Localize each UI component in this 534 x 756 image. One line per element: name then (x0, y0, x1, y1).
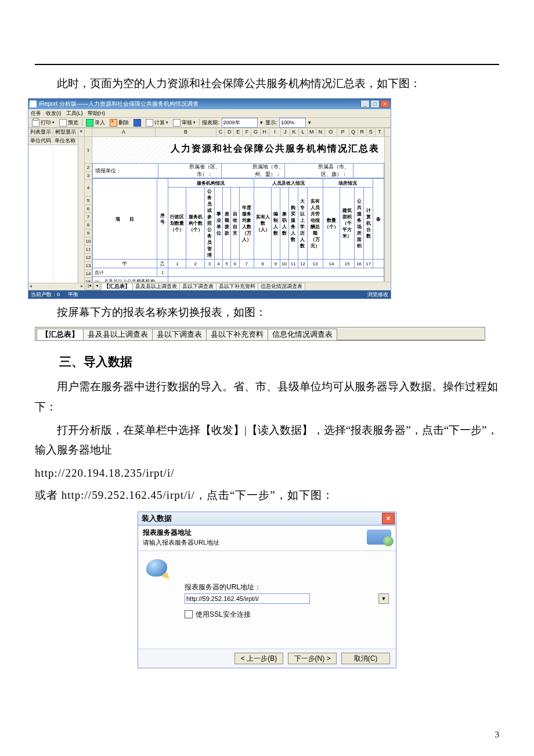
fill-unit-label: 填报单位： (93, 164, 158, 178)
next-button[interactable]: 下一步(N) > (288, 653, 337, 664)
url-field-label: 报表服务器的URL地址： (185, 582, 389, 592)
left-hscroll[interactable]: ◂▸ (28, 283, 84, 290)
prov-label: 所属省（区、市）： (189, 164, 222, 178)
import-button[interactable]: 录入 (85, 119, 106, 127)
preview-button[interactable]: 预览 (58, 119, 80, 127)
server-url-input[interactable] (185, 593, 310, 604)
server-globe-icon (367, 530, 391, 545)
county-label: 所属县（市、区、旗）： (315, 164, 353, 178)
close-button[interactable]: × (380, 100, 389, 108)
menu-help[interactable]: 帮助(H) (88, 110, 106, 117)
fill-unit-row: 填报单位： 所属省（区、市）： 所属地（市、州、盟）： 所属县（市、区、旗）： (92, 163, 384, 178)
calc-button[interactable]: 计算▾ (145, 119, 169, 127)
toolbar: 打印▾ 预览 录入 删除 计算▾ 审核▾ 报表期: ▾ 显示: ▾ (28, 118, 391, 128)
tab-county-below[interactable]: 县以下调查表 (179, 283, 217, 290)
menu-tools[interactable]: 工具(L) (66, 110, 83, 117)
tabs-strip-screenshot: 【汇总表】 县及县以上调查表 县以下调查表 县以下补充资料 信息化情况调查表 (35, 327, 485, 341)
tab-nav-first[interactable]: |◂ (86, 282, 93, 290)
tab-summary[interactable]: 【汇总表】 (101, 283, 133, 290)
tab-county-below[interactable]: 县以下调查表 (152, 329, 207, 340)
dialog-header-sub: 请输入报表服务器URL地址 (143, 538, 367, 547)
period-label: 报表期: (202, 119, 219, 127)
chevron-down-icon[interactable]: ▾ (260, 120, 263, 125)
delete-icon (110, 119, 117, 127)
tab-supplement[interactable]: 县以下补充资料 (206, 329, 268, 340)
page-rule (35, 64, 499, 65)
left-scrollbar[interactable] (78, 137, 84, 283)
spreadsheet-column-header: A B C D E F G H I J K L M N O P Q (85, 128, 391, 137)
right-vscroll[interactable] (384, 137, 391, 282)
spreadsheet-row-header: 1 23 4 5 67891011121314151617 (85, 137, 92, 282)
print-icon (32, 119, 39, 127)
window-titlebar: iReport 分析版——人力资源和社会保障公共服务机构情况调查 _ □ × (28, 99, 391, 109)
dialog-title: 装入数据 (138, 513, 381, 524)
status-mode: 浏览修改 (367, 291, 388, 298)
dialog-footer: < 上一步(B) 下一步(N) > 取消(C) (138, 649, 396, 668)
zoom-select[interactable] (279, 118, 306, 128)
left-tab-tree[interactable]: 树型显示 (53, 128, 78, 136)
prev-button[interactable]: < 上一步(B) (234, 653, 283, 664)
ssl-checkbox[interactable] (185, 610, 193, 618)
load-data-dialog: 装入数据 × 报表服务器地址 请输入报表服务器URL地址 报表服务器的URL地址… (138, 512, 396, 668)
left-col-code: 单位代码 (28, 137, 53, 145)
dialog-header: 报表服务器地址 请输入报表服务器URL地址 (138, 525, 396, 551)
dialog-close-button[interactable]: × (382, 513, 395, 524)
ssl-label: 使用SSL安全连接 (196, 610, 251, 620)
tab-nav-prev[interactable]: ◂ (93, 282, 100, 290)
para-import-1: 用户需在服务器中进行数据的导入。省、市、县级单位均可从服务器导入数据。操作过程如… (35, 377, 499, 416)
app-icon (30, 100, 37, 107)
review-button[interactable]: 审核▾ (172, 119, 197, 127)
url-line-2: 或者 http://59.252.162.45/irpt/i/，点击“下一步”，… (35, 485, 499, 505)
tab-info[interactable]: 信息化情况调查表 (258, 283, 305, 290)
zoom-label: 显示: (265, 119, 277, 127)
delete-button[interactable]: 删除 (109, 119, 130, 127)
tab-county-above[interactable]: 县及县以上调查表 (83, 329, 153, 340)
switch-tabs-text: 按屏幕下方的报表名称来切换报表，如图： (35, 303, 499, 322)
maximize-button[interactable]: □ (370, 100, 380, 108)
ireport-window-screenshot: iReport 分析版——人力资源和社会保障公共服务机构情况调查 _ □ × 任… (28, 98, 391, 299)
status-balance: 平衡 (68, 291, 78, 298)
review-icon (173, 119, 181, 127)
dialog-header-bold: 报表服务器地址 (143, 528, 367, 538)
window-title: iReport 分析版——人力资源和社会保障公共服务机构情况调查 (39, 100, 199, 108)
spreadsheet-body[interactable]: 人力资源和社会保障公共服务机构情况汇总表 填报单位： 所属省（区、市）： 所属地… (92, 137, 384, 282)
menu-io[interactable]: 收发(I) (46, 110, 62, 117)
intro-paragraph-1: 此时，页面为空的人力资源和社会保障公共服务机构情况汇总表，如下图： (35, 74, 499, 93)
print-button[interactable]: 打印▾ (31, 119, 56, 127)
tab-info[interactable]: 信息化情况调查表 (268, 329, 337, 340)
page-number: 3 (495, 730, 500, 740)
globe-arrow-icon (146, 559, 167, 577)
period-select[interactable] (222, 118, 258, 128)
left-col-name: 单位名称 (53, 137, 78, 145)
status-count: 当前户数：0 (31, 291, 60, 298)
report-table: 项 目 序号 服务机构情况 人员及收入情况 场所情况 备 行政区划数量（个） (92, 178, 384, 282)
tab-county-above[interactable]: 县及县以上调查表 (132, 283, 180, 290)
left-tab-list[interactable]: 列表显示 (28, 128, 53, 136)
sheet-tabs: |◂ ◂ 【汇总表】 县及县以上调查表 县以下调查表 县以下补充资料 信息化情况… (85, 282, 391, 290)
section-title: 三、导入数据 (59, 354, 499, 370)
menu-task[interactable]: 任务 (31, 110, 41, 117)
tab-supplement[interactable]: 县以下补充资料 (216, 283, 258, 290)
cancel-button[interactable]: 取消(C) (341, 653, 390, 664)
url-dropdown-button[interactable]: ▼ (378, 593, 389, 604)
menubar: 任务 收发(I) 工具(L) 帮助(H) (28, 109, 391, 118)
left-tab-close[interactable]: × (78, 128, 84, 136)
unit-list-panel: 列表显示 树型显示 × 单位代码 单位名称 ◂▸ (28, 128, 85, 290)
preview-icon (59, 119, 67, 127)
url-line-1: http://220.194.18.235/irpt/i/ (35, 463, 499, 483)
chevron-down-icon[interactable]: ▾ (308, 120, 311, 125)
dialog-titlebar: 装入数据 × (138, 512, 396, 525)
save-icon (134, 119, 141, 127)
calc-icon (146, 119, 153, 127)
tab-summary[interactable]: 【汇总表】 (37, 329, 84, 340)
minimize-button[interactable]: _ (360, 100, 370, 108)
save-button[interactable] (132, 119, 142, 127)
statusbar: 当前户数：0 平衡 浏览修改 (28, 290, 391, 298)
city-label: 所属地（市、州、盟）： (252, 164, 285, 178)
para-import-2a: 打开分析版，在菜单栏中选择【收发】|【读入数据】，选择“报表服务器”，点击“下一… (35, 420, 499, 460)
import-icon (86, 119, 93, 127)
report-title: 人力资源和社会保障公共服务机构情况汇总表 (92, 137, 384, 163)
